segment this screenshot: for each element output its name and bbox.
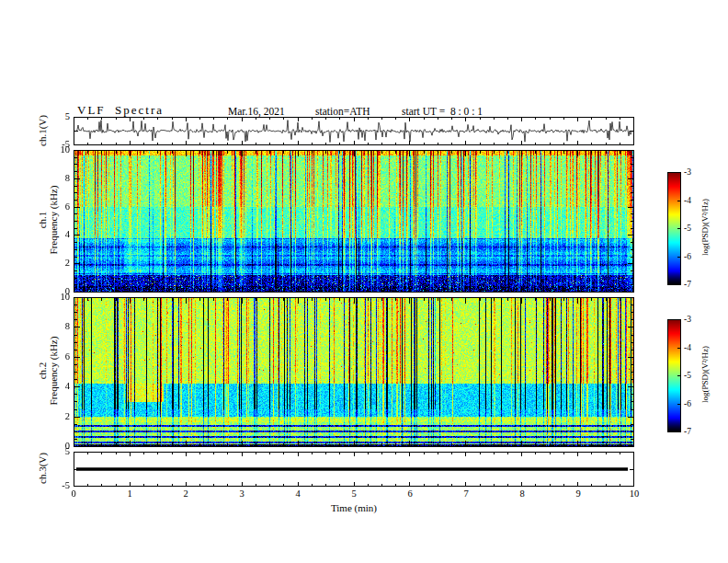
ch2-colorbar-label: log(PSD)(V²/Hz) bbox=[700, 324, 710, 425]
x-tick-label: 3 bbox=[231, 488, 253, 499]
ch1-spectrogram bbox=[74, 150, 634, 293]
ch1-spectrogram-ytick-label: 4 bbox=[39, 229, 70, 239]
ch2-colorbar bbox=[667, 319, 681, 432]
header-station: station=ATH bbox=[315, 106, 370, 117]
x-tick-label: 5 bbox=[343, 488, 365, 499]
ch1-waveform-plot bbox=[74, 117, 634, 145]
x-tick-label: 8 bbox=[511, 488, 533, 499]
ch2-colorbar-tick-label: -5 bbox=[684, 371, 691, 381]
y-axis-label-ch1-line2: Frequency (kHz) bbox=[48, 151, 59, 289]
y-axis-label-ch1-frequency: ch.1 Frequency (kHz) bbox=[37, 151, 59, 289]
ch1-colorbar-label: log(PSD)(V²/Hz) bbox=[700, 177, 710, 278]
ch1-spectrogram-ytick-label: 6 bbox=[39, 201, 70, 212]
x-tick-label: 6 bbox=[399, 488, 421, 499]
x-tick-label: 4 bbox=[287, 488, 309, 499]
ch1-spectrogram-ytick-label: 2 bbox=[39, 258, 70, 268]
x-tick-label: 0 bbox=[63, 488, 85, 499]
ch2-spectrogram-ytick-label: 2 bbox=[39, 411, 70, 421]
ch2-spectrogram bbox=[74, 297, 634, 447]
ch1-colorbar-tick-label: -4 bbox=[684, 196, 691, 206]
ch3-waveform-plot bbox=[74, 452, 634, 487]
x-tick-label: 2 bbox=[175, 488, 197, 499]
x-tick-label: 1 bbox=[119, 488, 141, 499]
header-date: Mar.16, 2021 bbox=[228, 106, 285, 117]
x-tick-label: 7 bbox=[455, 488, 477, 499]
ch2-spectrogram-ytick-label: 10 bbox=[39, 292, 70, 302]
ch2-colorbar-tick-label: -7 bbox=[684, 427, 691, 437]
x-tick-label: 9 bbox=[567, 488, 589, 499]
ch1-colorbar-tick-label: -6 bbox=[684, 252, 691, 262]
ch2-colorbar-tick-label: -3 bbox=[684, 315, 691, 325]
figure-title: VLF Spectra bbox=[77, 103, 164, 118]
ch2-colorbar-tick-label: -6 bbox=[684, 399, 691, 409]
ch2-spectrogram-ytick-label: 4 bbox=[39, 381, 70, 391]
ch2-colorbar-tick-label: -4 bbox=[684, 343, 691, 353]
x-axis-label: Time (min) bbox=[308, 502, 400, 513]
ch1-colorbar bbox=[667, 172, 681, 285]
header-start-ut: start UT = 8 : 0 : 1 bbox=[402, 106, 483, 117]
ch1-colorbar-tick-label: -5 bbox=[684, 224, 691, 234]
ch2-spectrogram-ytick-label: 8 bbox=[39, 321, 70, 331]
ch1-spectrogram-ytick-label: 10 bbox=[39, 144, 70, 155]
vlf-spectra-figure: VLF Spectra Mar.16, 2021 station=ATH sta… bbox=[0, 0, 728, 563]
ch1-colorbar-tick-label: -3 bbox=[684, 167, 691, 178]
x-tick-label: 10 bbox=[623, 488, 645, 499]
ch1-colorbar-tick-label: -7 bbox=[684, 280, 691, 290]
y-axis-label-ch1-line1: ch.1 bbox=[37, 151, 48, 289]
ch1-waveform-ytick-label: 5 bbox=[39, 111, 70, 121]
ch2-spectrogram-ytick-label: 6 bbox=[39, 351, 70, 362]
ch1-spectrogram-ytick-label: 8 bbox=[39, 173, 70, 183]
ch3-waveform-ytick-label: 5 bbox=[39, 446, 70, 456]
